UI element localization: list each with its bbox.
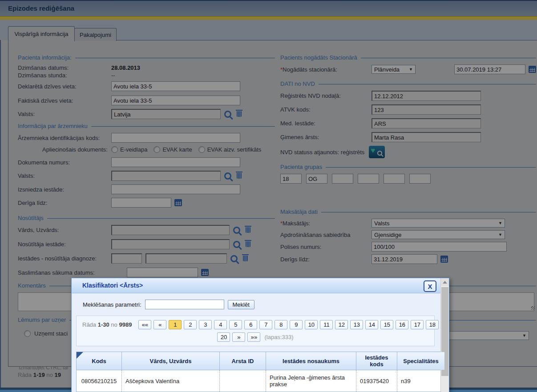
pager-page-button[interactable]: 6 bbox=[244, 320, 257, 329]
pagination-panel: Rāda 1-30 no 9989 «««1234567891011121314… bbox=[76, 316, 435, 346]
search-params-label: Meklēšanas parametri: bbox=[83, 301, 141, 308]
results-table: KodsVārds, UzvārdsArsta IDIestādes nosau… bbox=[76, 352, 445, 392]
pager-nav-button[interactable]: » bbox=[232, 332, 245, 342]
classifier-dialog: Klasifikatori <Ārsts> X Meklēšanas param… bbox=[71, 278, 449, 392]
dialog-header[interactable]: Klasifikatori <Ārsts> bbox=[72, 278, 449, 293]
pager-page-button[interactable]: 10 bbox=[305, 320, 318, 329]
close-icon[interactable]: X bbox=[424, 280, 436, 292]
table-header-cell[interactable]: Specialitātes bbox=[397, 352, 445, 370]
search-button[interactable]: Meklēt bbox=[228, 300, 254, 309]
pager-page-button[interactable]: 4 bbox=[214, 320, 227, 329]
pager-page-button[interactable]: 8 bbox=[275, 320, 287, 329]
table-cell: Purina Jeļena -ģimenes ārsta prakse bbox=[266, 370, 356, 392]
pager-page-button[interactable]: 3 bbox=[199, 320, 212, 329]
table-row[interactable]: 08056210215Aščepkova ValentīnaPurina Jeļ… bbox=[77, 370, 445, 392]
table-header-cell[interactable]: Kods bbox=[77, 352, 122, 370]
table-header-cell[interactable]: Iestādes kods bbox=[356, 352, 397, 370]
pager-page-button[interactable]: 17 bbox=[411, 320, 424, 329]
dialog-scrollbar[interactable] bbox=[440, 278, 449, 392]
pager-page-button[interactable]: 16 bbox=[396, 320, 408, 329]
pager-page-button[interactable]: 1 bbox=[169, 320, 182, 329]
search-input[interactable] bbox=[145, 300, 224, 309]
pager-row1-buttons: «««12345678910111213141516171819 bbox=[138, 320, 449, 329]
pager-page-button[interactable]: 12 bbox=[335, 320, 348, 329]
table-cell: 019375420 bbox=[356, 370, 397, 392]
table-cell: Aščepkova Valentīna bbox=[122, 370, 220, 392]
table-cell: 08056210215 bbox=[77, 370, 122, 392]
pager-page-button[interactable]: 7 bbox=[259, 320, 272, 329]
pager-page-button[interactable]: 2 bbox=[184, 320, 197, 329]
pager-pages-note: (lapas:333) bbox=[264, 334, 293, 340]
application-window: Epizodes rediģēšana Vispārīgā informācij… bbox=[0, 0, 537, 392]
table-header-cell[interactable]: Iestādes nosaukums bbox=[266, 352, 356, 370]
pager-page-button[interactable]: 9 bbox=[290, 320, 303, 329]
pager-page-button[interactable]: 15 bbox=[380, 320, 393, 329]
pager-info: Rāda 1-30 no 9989 bbox=[82, 321, 132, 328]
pager-page-button[interactable]: 14 bbox=[365, 320, 378, 329]
corner-triangle-icon bbox=[77, 352, 83, 359]
pager-page-button[interactable]: 18 bbox=[426, 320, 439, 329]
pager-page-button[interactable]: 13 bbox=[350, 320, 363, 329]
table-header-cell[interactable]: Vārds, Uzvārds bbox=[122, 352, 220, 370]
scroll-up-arrow-icon[interactable] bbox=[441, 278, 449, 286]
pager-row2-buttons: 20»»» bbox=[217, 332, 260, 342]
table-cell bbox=[220, 370, 266, 392]
pager-page-button[interactable]: 5 bbox=[229, 320, 242, 329]
pager-nav-button[interactable]: « bbox=[153, 320, 166, 329]
pager-page-button[interactable]: 20 bbox=[217, 332, 230, 342]
pager-page-button[interactable]: 11 bbox=[320, 320, 333, 329]
table-header-cell[interactable]: Arsta ID bbox=[220, 352, 266, 370]
table-cell: n39 bbox=[397, 370, 445, 392]
dialog-title: Klasifikatori <Ārsts> bbox=[72, 278, 449, 289]
table-body: 08056210215Aščepkova ValentīnaPurina Jeļ… bbox=[77, 370, 445, 392]
table-header-row: KodsVārds, UzvārdsArsta IDIestādes nosau… bbox=[77, 352, 445, 370]
pager-nav-button[interactable]: »» bbox=[247, 332, 260, 342]
pager-nav-button[interactable]: «« bbox=[138, 320, 151, 329]
